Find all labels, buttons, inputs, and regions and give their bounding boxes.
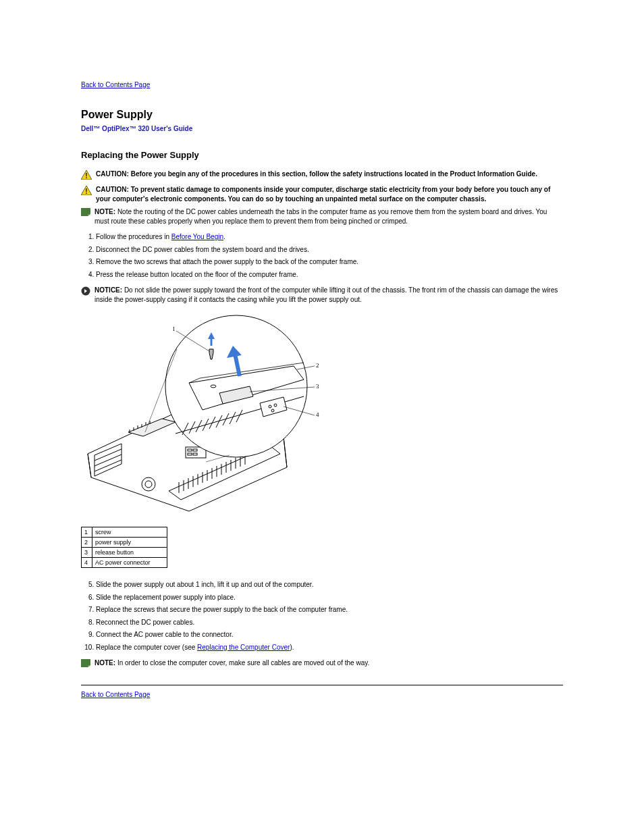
- back-to-contents-top[interactable]: Back to Contents Page: [81, 81, 150, 88]
- label-number: 4: [82, 558, 92, 568]
- table-row: 3release button: [82, 548, 167, 558]
- label-number: 2: [82, 538, 92, 548]
- svg-text:!: !: [85, 172, 87, 180]
- note-2: NOTE: In order to close the computer cov…: [81, 658, 563, 669]
- step-item: Remove the two screws that attach the po…: [96, 257, 563, 267]
- step-item: Replace the computer cover (see Replacin…: [96, 643, 563, 652]
- caution-triangle-icon: !: [81, 170, 92, 181]
- note-icon: [81, 659, 90, 669]
- step-item: Press the release button located on the …: [96, 270, 563, 280]
- svg-text:1: 1: [172, 325, 176, 332]
- replace-heading: Replacing the Power Supply: [81, 150, 563, 160]
- inline-link[interactable]: Replacing the Computer Cover: [197, 644, 290, 651]
- inline-link[interactable]: Before You Begin: [171, 233, 223, 240]
- label-text: power supply: [92, 538, 167, 548]
- caution-1-text: CAUTION: Before you begin any of the pro…: [96, 170, 537, 178]
- svg-point-10: [142, 477, 155, 491]
- note-1-text: NOTE: Note the routing of the DC power c…: [95, 207, 563, 226]
- section-divider: [81, 685, 563, 685]
- note-2-text: NOTE: In order to close the computer cov…: [95, 658, 563, 668]
- svg-marker-5: [88, 214, 90, 216]
- label-text: screw: [92, 527, 167, 538]
- table-row: 4AC power connector: [82, 558, 167, 568]
- note-icon: [81, 208, 90, 217]
- step-item: Replace the screws that secure the power…: [96, 605, 563, 615]
- label-text: AC power connector: [92, 558, 167, 568]
- notice-1: NOTICE: Do not slide the power supply to…: [81, 286, 563, 304]
- caution-alert-2: ! CAUTION: To prevent static damage to c…: [81, 185, 563, 203]
- note-1: NOTE: Note the routing of the DC power c…: [81, 207, 563, 226]
- step-item: Slide the power supply out about 1 inch,…: [96, 580, 563, 590]
- step-item: Follow the procedures in Before You Begi…: [96, 232, 563, 242]
- caution-triangle-icon: !: [81, 186, 92, 197]
- table-row: 1screw: [82, 527, 167, 538]
- page-title: Power Supply: [81, 109, 563, 121]
- steps-list-b: Slide the power supply out about 1 inch,…: [96, 580, 563, 652]
- svg-marker-61: [88, 665, 90, 667]
- step-item: Slide the replacement power supply into …: [96, 593, 563, 602]
- caution-2-text: CAUTION: To prevent static damage to com…: [96, 186, 550, 203]
- back-to-contents-bottom[interactable]: Back to Contents Page: [81, 691, 150, 698]
- label-number: 3: [82, 548, 92, 558]
- label-number: 1: [82, 527, 92, 538]
- step-item: Disconnect the DC power cables from the …: [96, 245, 563, 255]
- table-row: 2power supply: [82, 538, 167, 548]
- svg-text:!: !: [85, 188, 87, 195]
- step-item: Reconnect the DC power cables.: [96, 618, 563, 627]
- svg-text:4: 4: [316, 411, 319, 418]
- power-supply-diagram: 1 2 3 4: [81, 312, 563, 515]
- label-text: release button: [92, 548, 167, 558]
- caution-alert-1: ! CAUTION: Before you begin any of the p…: [81, 170, 563, 181]
- product-subtitle: Dell™ OptiPlex™ 320 User's Guide: [81, 125, 563, 132]
- diagram-label-table: 1screw2power supply3release button4AC po…: [81, 527, 167, 568]
- svg-text:3: 3: [316, 383, 319, 390]
- steps-list-a: Follow the procedures in Before You Begi…: [96, 232, 563, 279]
- svg-text:2: 2: [316, 362, 319, 369]
- notice-icon: [81, 286, 90, 297]
- notice-1-text: NOTICE: Do not slide the power supply to…: [95, 286, 563, 304]
- step-item: Connect the AC power cable to the connec…: [96, 630, 563, 640]
